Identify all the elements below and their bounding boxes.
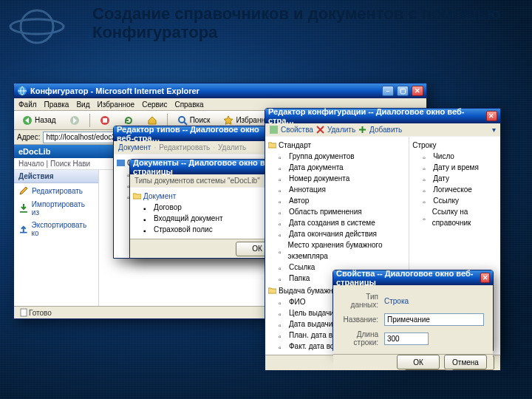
menu-fav[interactable]: Избранное	[97, 100, 134, 109]
tree-item[interactable]: ▫Область применения	[277, 206, 407, 217]
field-icon: ▫	[279, 247, 286, 255]
action-edit[interactable]: Редактировать	[14, 183, 98, 198]
maximize-button[interactable]: ▢	[397, 86, 409, 96]
tree-label: Строку	[412, 140, 436, 151]
tree-item[interactable]: ▫Логическое	[421, 184, 499, 195]
field-icon: ▫	[279, 230, 287, 238]
props-titlebar[interactable]: Свойства -- Диалоговое окно веб-страницы…	[333, 270, 493, 285]
len-input[interactable]	[384, 332, 429, 345]
props-title: Свойства -- Диалоговое окно веб-страницы	[336, 269, 474, 287]
tree-item[interactable]: ▫Автор	[277, 195, 407, 206]
folder-open-icon	[268, 141, 276, 149]
action-import[interactable]: Импортировать из	[14, 198, 98, 219]
tree-item[interactable]: ▫Дату и время	[421, 162, 499, 173]
close-button[interactable]: ✕	[480, 273, 490, 283]
field-icon: ▫	[279, 174, 287, 183]
tree-label: Число	[433, 151, 454, 162]
tree-label: Договор	[154, 202, 182, 213]
name-label: Название:	[342, 316, 378, 324]
tree-item[interactable]: ▫Дата документа	[277, 162, 407, 173]
len-label: Длина строки:	[342, 330, 378, 347]
tree-item[interactable]: ▫Ссылку	[421, 195, 499, 206]
tab-document[interactable]: Документ	[118, 143, 151, 151]
tree-label: Группа документов	[289, 151, 355, 162]
tree-label: Номер документа	[289, 173, 349, 184]
stop-button[interactable]	[95, 113, 115, 128]
type-icon: ▫	[423, 152, 431, 160]
tree-item[interactable]: ▫Группа документов	[277, 151, 407, 162]
menu-file[interactable]: Файл	[18, 100, 37, 109]
field-icon: ▫	[279, 197, 287, 205]
name-input[interactable]	[384, 313, 484, 326]
page-icon: ▪	[143, 225, 151, 233]
tree-label: Аннотация	[289, 184, 326, 195]
home-icon	[147, 115, 157, 126]
menu-help[interactable]: Справка	[174, 100, 203, 109]
type-icon: ▫	[423, 185, 431, 194]
svg-point-1	[10, 19, 64, 34]
action-label: Импортировать из	[32, 200, 94, 216]
properties-icon	[270, 126, 278, 134]
type-icon: ▫	[423, 174, 431, 183]
tree-label: Документ	[143, 191, 176, 202]
type-label: Тип данных:	[342, 293, 378, 309]
properties-window: Свойства -- Диалоговое окно веб-страницы…	[332, 270, 494, 351]
tree-item[interactable]: ▫Дата создания в системе	[277, 217, 407, 228]
field-icon: ▫	[279, 152, 287, 160]
menu-edit[interactable]: Правка	[44, 100, 69, 109]
back-label: Назад	[35, 116, 56, 124]
config-titlebar[interactable]: Редактор конфигурации -- Диалоговое окно…	[265, 109, 500, 123]
tree-item[interactable]: ▫Номер документа	[277, 173, 407, 184]
tab-delete[interactable]: Удалить	[218, 143, 246, 151]
props-buttons: ОК Отмена	[333, 354, 493, 369]
tree-label: Ссылку на справочник	[432, 206, 499, 228]
tree-label: Ссылку	[433, 195, 459, 206]
minimize-button[interactable]: –	[382, 86, 394, 96]
back-button[interactable]: Назад	[17, 113, 61, 128]
close-button[interactable]: ✕	[412, 86, 423, 96]
folder-open-icon	[268, 287, 276, 295]
tree-label: Дата создания в системе	[289, 217, 375, 228]
tree-label: Автор	[289, 195, 309, 206]
tree-item[interactable]: ▫Дата окончания действия	[277, 228, 407, 239]
ie-title: Конфигуратор - Microsoft Internet Explor…	[30, 86, 200, 95]
ok-button[interactable]: ОК	[397, 355, 440, 369]
field-icon: ▫	[279, 331, 287, 339]
toolbar-add[interactable]: Добавить	[369, 126, 402, 134]
ie-titlebar[interactable]: Конфигуратор - Microsoft Internet Explor…	[14, 83, 426, 98]
page-icon: ▪	[143, 203, 151, 211]
tree-item[interactable]: ▫Дату	[421, 173, 499, 184]
svg-rect-6	[103, 118, 107, 123]
action-export[interactable]: Экспортировать ко	[14, 219, 98, 239]
type-icon: ▫	[423, 197, 431, 205]
page-icon	[18, 307, 29, 318]
svg-point-7	[179, 117, 185, 123]
folder-open-icon	[133, 192, 141, 200]
forward-button[interactable]	[64, 113, 85, 128]
docs-caption-label: Типы документов системы "eDocLib"	[134, 177, 260, 185]
menu-tools[interactable]: Сервис	[142, 100, 167, 109]
actions-panel: Действия Редактировать Импортировать из …	[14, 170, 99, 306]
tree-item[interactable]: ▫Число	[421, 151, 499, 162]
cancel-button[interactable]: Отмена	[444, 355, 487, 369]
tree-label: Стандарт	[279, 140, 311, 151]
arrow-right-icon	[69, 115, 80, 126]
close-button[interactable]: ✕	[486, 111, 497, 121]
tree-label: Логическое	[433, 184, 472, 195]
status-text: Готово	[29, 309, 52, 317]
tree-item[interactable]: ▫Ссылку на справочник	[421, 206, 499, 228]
menu-view[interactable]: Вид	[76, 100, 89, 109]
types-title: Редактор типов -- Диалоговое окно веб-ст…	[117, 125, 274, 143]
pencil-icon	[18, 185, 29, 196]
toolbar-properties[interactable]: Свойства	[281, 126, 313, 134]
chevron-down-icon[interactable]: ▾	[492, 126, 496, 134]
action-label: Экспортировать ко	[32, 221, 94, 237]
tree-item[interactable]: ▫Аннотация	[277, 184, 407, 195]
field-icon: ▫	[279, 185, 287, 194]
toolbar-delete[interactable]: Удалить	[327, 126, 355, 134]
tree-item[interactable]: ▫Место хранения бумажного экземпляра	[277, 239, 407, 262]
field-icon: ▫	[279, 163, 287, 171]
tab-edit[interactable]: Редактировать	[159, 143, 210, 151]
action-label: Редактировать	[32, 187, 83, 195]
svg-point-0	[21, 10, 53, 43]
